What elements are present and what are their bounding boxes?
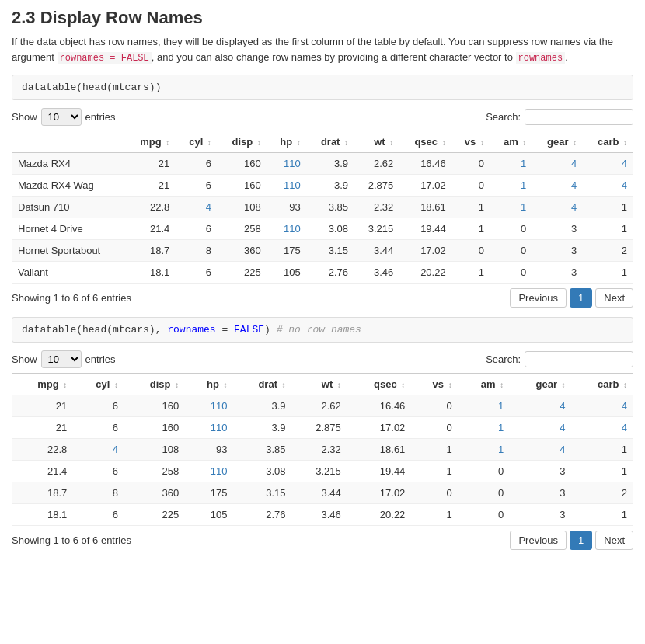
dt1-th-disp[interactable]: disp ↕: [218, 131, 267, 152]
dt2-search-input[interactable]: [525, 351, 633, 367]
code-text-2: datatable(head(mtcars), rownames = FALSE…: [22, 324, 270, 336]
dt2-entries-label: entries: [85, 353, 116, 365]
table-row: 22.84108933.852.3218.611141: [12, 438, 633, 460]
dt2-header-row: mpg ↕ cyl ↕ disp ↕ hp ↕ drat ↕ wt ↕ qsec…: [12, 373, 633, 395]
dt2-next-button[interactable]: Next: [595, 531, 633, 550]
dt1-entries-label: entries: [85, 111, 116, 123]
dt2-th-am[interactable]: am ↕: [458, 373, 511, 395]
dt2-search-label: Search:: [486, 353, 521, 365]
code-block-1: datatable(head(mtcars)): [12, 75, 633, 100]
code-text-1: datatable(head(mtcars)): [22, 82, 161, 93]
dt1-showing: Showing 1 to 6 of 6 entries: [12, 292, 131, 304]
dt2-th-wt[interactable]: wt ↕: [292, 373, 347, 395]
dt1-pagination: Previous 1 Next: [510, 288, 633, 308]
dt1-show: Show 10 25 50 100 entries: [12, 108, 116, 126]
dt2-show-select[interactable]: 10 25 50 100: [41, 350, 82, 368]
datatable-1: datatable(head(mtcars)) Show 10 25 50 10…: [12, 75, 633, 308]
dt1-show-label: Show: [12, 111, 37, 123]
dt1-th-gear[interactable]: gear ↕: [532, 131, 583, 152]
dt2-prev-button[interactable]: Previous: [510, 531, 567, 550]
dt1-th-vs[interactable]: vs ↕: [452, 131, 490, 152]
dt1-header-row: mpg ↕ cyl ↕ disp ↕ hp ↕ drat ↕ wt ↕ qsec…: [12, 131, 633, 152]
page-description: If the data object has row names, they w…: [12, 34, 633, 65]
datatable-2: datatable(head(mtcars), rownames = FALSE…: [12, 317, 633, 550]
dt1-th-rowname[interactable]: [12, 131, 126, 152]
dt2-show-label: Show: [12, 353, 37, 365]
dt2-th-cyl[interactable]: cyl ↕: [73, 373, 124, 395]
dt1-controls-top: Show 10 25 50 100 entries Search:: [12, 108, 633, 126]
dt2-th-vs[interactable]: vs ↕: [411, 373, 458, 395]
dt1-th-wt[interactable]: wt ↕: [354, 131, 399, 152]
dt2-th-hp[interactable]: hp ↕: [185, 373, 233, 395]
dt2-showing: Showing 1 to 6 of 6 entries: [12, 534, 131, 546]
table-row: 2161601103.92.87517.020144: [12, 416, 633, 438]
dt1-next-button[interactable]: Next: [595, 288, 633, 308]
table-row: Valiant18.162251052.763.4620.221031: [12, 261, 633, 283]
dt1-footer: Showing 1 to 6 of 6 entries Previous 1 N…: [12, 288, 633, 308]
table-row: 2161601103.92.6216.460144: [12, 395, 633, 416]
dt1-th-hp[interactable]: hp ↕: [267, 131, 307, 152]
dt2-controls-top: Show 10 25 50 100 entries Search:: [12, 350, 633, 368]
dt2-pagination: Previous 1 Next: [510, 531, 633, 550]
dt2-search: Search:: [486, 351, 633, 367]
table-row: 18.162251052.763.4620.221031: [12, 503, 633, 525]
dt1-search-label: Search:: [486, 111, 521, 123]
inline-code-rownames2: rownames: [516, 52, 566, 64]
table-row: Hornet Sportabout18.783601753.153.4417.0…: [12, 239, 633, 261]
table-row: Mazda RX42161601103.92.6216.460144: [12, 152, 633, 174]
dt2-th-carb[interactable]: carb ↕: [572, 373, 633, 395]
dt2-th-disp[interactable]: disp ↕: [124, 373, 185, 395]
dt1-th-cyl[interactable]: cyl ↕: [176, 131, 218, 152]
dt2-th-qsec[interactable]: qsec ↕: [347, 373, 412, 395]
page-title: 2.3 Display Row Names: [12, 8, 633, 28]
dt2-page-1[interactable]: 1: [570, 531, 592, 550]
dt2-th-mpg[interactable]: mpg ↕: [12, 373, 73, 395]
dt2-show: Show 10 25 50 100 entries: [12, 350, 116, 368]
dt2-th-gear[interactable]: gear ↕: [510, 373, 571, 395]
dt1-table: mpg ↕ cyl ↕ disp ↕ hp ↕ drat ↕ wt ↕ qsec…: [12, 131, 633, 284]
dt1-th-drat[interactable]: drat ↕: [307, 131, 354, 152]
dt1-search: Search:: [486, 109, 633, 125]
dt2-table: mpg ↕ cyl ↕ disp ↕ hp ↕ drat ↕ wt ↕ qsec…: [12, 373, 633, 526]
table-row: 21.462581103.083.21519.441031: [12, 460, 633, 482]
dt1-prev-button[interactable]: Previous: [510, 288, 567, 308]
dt1-page-1[interactable]: 1: [570, 288, 592, 308]
code-comment-2: # no row names: [270, 324, 361, 336]
table-row: Mazda RX4 Wag2161601103.92.87517.020144: [12, 174, 633, 196]
table-row: 18.783601753.153.4417.020032: [12, 482, 633, 503]
dt2-footer: Showing 1 to 6 of 6 entries Previous 1 N…: [12, 531, 633, 550]
dt1-show-select[interactable]: 10 25 50 100: [41, 108, 82, 126]
dt1-th-carb[interactable]: carb ↕: [583, 131, 633, 152]
dt1-search-input[interactable]: [525, 109, 633, 125]
dt1-th-mpg[interactable]: mpg ↕: [126, 131, 176, 152]
dt1-th-qsec[interactable]: qsec ↕: [399, 131, 452, 152]
code-block-2: datatable(head(mtcars), rownames = FALSE…: [12, 317, 633, 343]
dt1-th-am[interactable]: am ↕: [490, 131, 532, 152]
inline-code-rownames: rownames = FALSE: [58, 52, 152, 64]
dt2-th-drat[interactable]: drat ↕: [234, 373, 292, 395]
table-row: Hornet 4 Drive21.462581103.083.21519.441…: [12, 218, 633, 239]
table-row: Datsun 71022.84108933.852.3218.611141: [12, 196, 633, 218]
